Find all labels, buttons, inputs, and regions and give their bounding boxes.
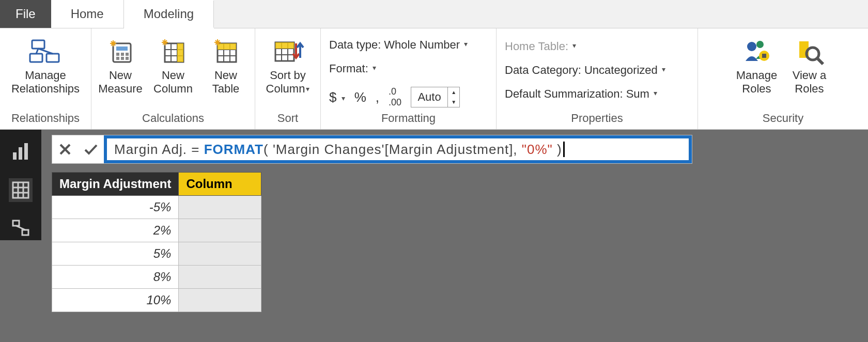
canvas: Margin Adj. = FORMAT( 'Margin Changes'[M…: [41, 130, 868, 342]
home-table-label: Home Table:: [505, 40, 568, 53]
formula-close: ): [553, 142, 562, 158]
svg-rect-22: [177, 43, 183, 62]
formula-func: FORMAT: [204, 142, 264, 158]
table-row[interactable]: 2%: [52, 219, 261, 242]
thousands-button[interactable]: ,: [376, 89, 379, 105]
column-icon: [158, 37, 189, 66]
data-type-value: Whole Number: [384, 38, 460, 52]
data-category-value: Uncategorized: [584, 64, 658, 77]
format-dropdown[interactable]: Format: ▾: [329, 58, 376, 79]
new-measure-button[interactable]: New Measure: [96, 35, 145, 96]
decimals-stepper[interactable]: Auto ▲▼: [411, 87, 460, 107]
cell-empty[interactable]: [179, 219, 261, 242]
manage-relationships-label: Manage Relationships: [11, 69, 80, 96]
col-header-column[interactable]: Column: [179, 173, 261, 196]
svg-rect-0: [32, 40, 44, 49]
group-formatting: Data type: Whole Number ▾ Format: ▾ $ ▾ …: [321, 28, 497, 129]
tab-bar: File Home Modeling: [0, 0, 868, 28]
cell-value[interactable]: 2%: [52, 219, 179, 242]
svg-point-44: [756, 41, 764, 48]
cell-value[interactable]: 5%: [52, 242, 179, 266]
formula-input[interactable]: Margin Adj. = FORMAT( 'Margin Changes'[M…: [104, 135, 692, 163]
table-row[interactable]: -5%: [52, 196, 261, 219]
decimals-value: Auto: [411, 90, 447, 104]
sort-by-column-label: Sort by Column: [266, 69, 306, 95]
new-table-label: New Table: [212, 69, 240, 96]
cell-empty[interactable]: [179, 266, 261, 289]
group-calculations-label: Calculations: [96, 108, 251, 129]
chevron-down-icon: ▾: [572, 41, 576, 50]
cell-empty[interactable]: [179, 196, 261, 219]
data-category-dropdown[interactable]: Data Category: Uncategorized ▾: [505, 60, 665, 81]
formula-string: "0%": [522, 142, 553, 158]
group-formatting-label: Formatting: [325, 108, 492, 129]
tab-file[interactable]: File: [0, 0, 51, 28]
format-label: Format:: [329, 62, 368, 75]
svg-rect-1: [47, 54, 59, 62]
ribbon: Manage Relationships Relationships New M…: [0, 28, 868, 130]
tab-home[interactable]: Home: [51, 0, 124, 28]
svg-rect-11: [121, 57, 124, 60]
svg-point-43: [747, 42, 756, 51]
cell-empty[interactable]: [179, 289, 261, 312]
svg-rect-8: [121, 53, 124, 56]
home-table-dropdown[interactable]: Home Table: ▾: [505, 36, 576, 57]
group-sort-label: Sort: [259, 108, 316, 129]
data-type-label: Data type:: [329, 38, 381, 52]
chevron-down-icon: ▾: [654, 89, 657, 97]
chevron-down-icon: ▾: [373, 64, 376, 72]
group-security-label: Security: [702, 108, 864, 129]
summarization-dropdown[interactable]: Default Summarization: Sum ▾: [505, 84, 657, 104]
formula-prefix: Margin Adj. =: [114, 142, 204, 158]
table-row[interactable]: 5%: [52, 242, 261, 266]
cancel-formula-button[interactable]: [52, 135, 78, 163]
spin-up[interactable]: ▲: [448, 87, 459, 97]
svg-rect-46: [762, 54, 766, 58]
view-roles-icon: [794, 37, 825, 66]
view-switcher: [0, 130, 41, 240]
table-icon: [210, 37, 241, 66]
chevron-down-icon: ▾: [464, 40, 468, 48]
formula-bar: Margin Adj. = FORMAT( 'Margin Changes'[M…: [52, 135, 692, 164]
cell-value[interactable]: 8%: [52, 266, 179, 289]
svg-rect-52: [24, 143, 28, 160]
sort-by-column-button[interactable]: Sort by Column ▾: [259, 35, 316, 97]
manage-relationships-button[interactable]: Manage Relationships: [4, 35, 87, 96]
chevron-down-icon: ▾: [342, 94, 345, 102]
percent-button[interactable]: %: [354, 89, 366, 105]
cell-value[interactable]: 10%: [52, 289, 179, 312]
tab-modeling[interactable]: Modeling: [124, 1, 214, 28]
new-column-label: New Column: [153, 69, 193, 96]
manage-roles-button[interactable]: Manage Roles: [732, 35, 782, 96]
table-row[interactable]: 10%: [52, 289, 261, 312]
sort-icon: [272, 37, 303, 66]
chevron-down-icon: ▾: [662, 65, 665, 73]
svg-rect-50: [13, 152, 17, 160]
svg-rect-59: [22, 230, 28, 235]
model-view-button[interactable]: [9, 216, 33, 240]
workspace: Margin Adj. = FORMAT( 'Margin Changes'[M…: [0, 130, 868, 342]
spin-down[interactable]: ▼: [448, 97, 459, 107]
group-sort: Sort by Column ▾ Sort: [255, 28, 321, 129]
new-table-button[interactable]: New Table: [201, 35, 251, 96]
roles-icon: [741, 37, 772, 66]
svg-rect-7: [116, 53, 119, 56]
currency-button[interactable]: $ ▾: [329, 89, 345, 105]
view-roles-button[interactable]: View a Roles: [785, 35, 834, 96]
data-type-dropdown[interactable]: Data type: Whole Number ▾: [329, 35, 468, 55]
report-view-button[interactable]: [9, 140, 33, 164]
formula-open: (: [264, 142, 269, 158]
data-category-label: Data Category:: [505, 64, 581, 77]
group-properties-label: Properties: [501, 108, 693, 129]
table-row[interactable]: 8%: [52, 266, 261, 289]
data-view-button[interactable]: [9, 178, 33, 202]
new-measure-label: New Measure: [98, 69, 143, 96]
col-header-margin-adjustment[interactable]: Margin Adjustment: [52, 173, 179, 196]
cell-value[interactable]: -5%: [52, 196, 179, 219]
commit-formula-button[interactable]: [78, 135, 104, 163]
cell-empty[interactable]: [179, 242, 261, 266]
new-column-button[interactable]: New Column: [148, 35, 198, 96]
svg-rect-42: [275, 42, 294, 49]
svg-rect-6: [116, 46, 128, 51]
svg-rect-9: [126, 53, 129, 56]
